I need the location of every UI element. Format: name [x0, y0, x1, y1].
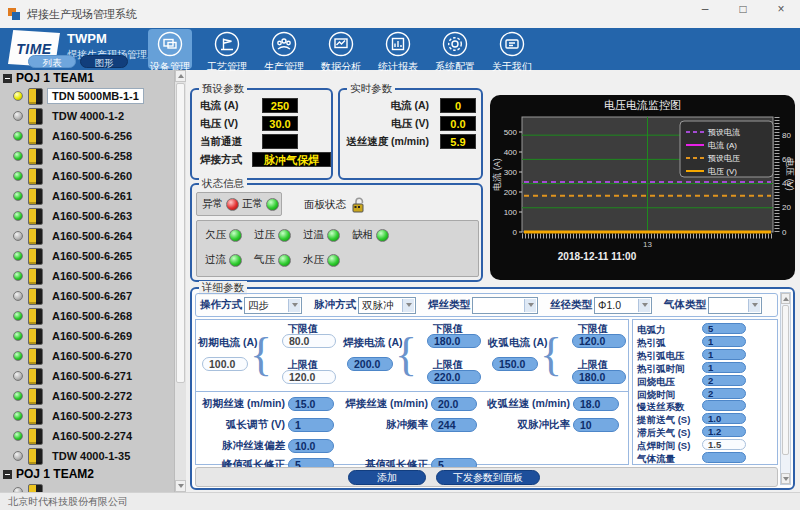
tree-group-team1[interactable]: POJ 1 TEAM1	[0, 70, 186, 86]
tree-group-team2[interactable]: POJ 1 TEAM2	[0, 466, 186, 482]
device-list	[0, 482, 186, 492]
device-list-item[interactable]: A160-500-2-274	[0, 426, 186, 446]
maximize-icon[interactable]: □	[732, 2, 754, 16]
application-window: 焊接生产现场管理系统 – □ × TIME TWPM 焊接生产现场管理系统 列表…	[0, 0, 800, 510]
nav-statistics-report[interactable]: 统计报表	[376, 29, 420, 69]
scroll-down-icon[interactable]	[781, 473, 790, 484]
scrollbar-thumb[interactable]	[176, 83, 185, 383]
device-name: A160-500-6-261	[48, 189, 136, 203]
realtime-voltage-display: 0.0	[440, 116, 476, 131]
device-list-item[interactable]: A160-500-6-268	[0, 306, 186, 326]
upper-limit-field[interactable]: 220.0	[427, 370, 481, 384]
device-list-item[interactable]: A160-500-6-263	[0, 206, 186, 226]
scroll-down-icon[interactable]	[175, 480, 186, 492]
side-param-field[interactable]	[702, 400, 746, 411]
device-list-item[interactable]: A160-500-6-264	[0, 226, 186, 246]
svg-text:预设电流: 预设电流	[708, 128, 740, 137]
collapse-icon[interactable]	[3, 74, 12, 83]
side-param-field[interactable]: 2	[702, 388, 746, 399]
scroll-up-icon[interactable]	[175, 70, 186, 82]
detail-scrollbar[interactable]	[780, 292, 791, 485]
side-param-field[interactable]: 1.2	[702, 426, 746, 437]
collapse-icon[interactable]	[3, 470, 12, 479]
chevron-down-icon[interactable]	[638, 299, 650, 312]
weld-wire-speed-field[interactable]: 20.0	[431, 397, 477, 411]
current-value-field[interactable]: 100.0	[202, 357, 248, 371]
panel-state: 面板状态	[304, 196, 368, 214]
double-pulse-ratio-field[interactable]: 10	[573, 418, 619, 432]
upper-limit-field[interactable]: 180.0	[572, 370, 626, 384]
initial-wire-speed-field[interactable]: 15.0	[288, 397, 334, 411]
side-param-field[interactable]: 2	[702, 375, 746, 386]
alarm-row: 欠压 过压 过温 缺相	[205, 228, 389, 242]
device-list-item[interactable]: A160-500-6-271	[0, 366, 186, 386]
svg-text:电压 (V): 电压 (V)	[785, 158, 795, 191]
send-params-to-panel-button[interactable]: 下发参数到面板	[436, 470, 540, 485]
graphic-view-button[interactable]: 图形	[80, 55, 128, 68]
device-list-item[interactable]: A160-500-6-270	[0, 346, 186, 366]
nav-system-config[interactable]: 系统配置	[433, 29, 477, 69]
device-list-item[interactable]: A160-500-6-260	[0, 166, 186, 186]
current-value-field[interactable]: 150.0	[492, 357, 538, 371]
arc-length-adjust-field[interactable]: 1	[288, 418, 334, 432]
device-list-item[interactable]: TDW 4000-1-35	[0, 446, 186, 466]
current-setting-group: 收弧电流 (A) 150.0 { 下限值 120.0 上限值 180.0	[488, 321, 630, 391]
process-management-icon	[214, 31, 240, 57]
device-list-item[interactable]: A160-500-6-269	[0, 326, 186, 346]
device-list-item[interactable]: A160-500-6-266	[0, 266, 186, 286]
device-list-item[interactable]: TDN 5000MB-1-1	[0, 86, 186, 106]
upper-limit-field[interactable]: 120.0	[282, 370, 336, 384]
operation-mode-select[interactable]: 四步	[244, 297, 302, 314]
wire-diameter-select[interactable]: Φ1.0	[594, 297, 652, 314]
device-list-item[interactable]: A160-500-6-261	[0, 186, 186, 206]
wire-type-select[interactable]	[472, 297, 538, 314]
chevron-down-icon[interactable]	[288, 299, 300, 312]
nav-device-management[interactable]: 设备管理	[148, 29, 192, 69]
side-param-field[interactable]: 1.0	[702, 413, 746, 424]
scroll-up-icon[interactable]	[781, 293, 790, 304]
minimize-icon[interactable]: –	[694, 2, 716, 16]
lower-limit-field[interactable]: 120.0	[572, 334, 626, 348]
side-param-field[interactable]: 1	[702, 336, 746, 347]
side-param-field[interactable]	[702, 452, 746, 463]
nav-production-management[interactable]: 生产管理	[262, 29, 306, 69]
device-list-item[interactable]: A160-500-6-267	[0, 286, 186, 306]
pulse-mode-select[interactable]: 双脉冲	[358, 297, 416, 314]
sidebar-scrollbar[interactable]	[174, 70, 186, 492]
device-list-item[interactable]	[0, 482, 186, 492]
side-param-field[interactable]: 1	[702, 349, 746, 360]
chevron-down-icon[interactable]	[748, 299, 760, 312]
nav-process-management[interactable]: 工艺管理	[205, 29, 249, 69]
side-param-field[interactable]: 5	[702, 323, 746, 334]
nav-about-us[interactable]: 关于我们	[490, 29, 534, 69]
close-icon[interactable]: ×	[770, 2, 792, 16]
lower-limit-field[interactable]: 80.0	[282, 334, 336, 348]
device-list-item[interactable]: A160-500-6-256	[0, 126, 186, 146]
welding-machine-icon	[28, 268, 43, 285]
device-led-icon	[13, 411, 23, 421]
side-param-field[interactable]: 1	[702, 362, 746, 373]
crater-wire-speed-field[interactable]: 18.0	[573, 397, 619, 411]
side-param-row: 气体流量	[636, 452, 774, 464]
device-list-item[interactable]: A160-500-2-272	[0, 386, 186, 406]
pulse-wire-speed-offset-field[interactable]: 10.0	[288, 439, 334, 453]
chevron-down-icon[interactable]	[402, 299, 414, 312]
nav-data-analysis[interactable]: 数据分析	[319, 29, 363, 69]
device-list-item[interactable]: TDW 4000-1-2	[0, 106, 186, 126]
current-value-field[interactable]: 200.0	[347, 357, 393, 371]
add-button[interactable]: 添加	[348, 470, 426, 485]
device-list-item[interactable]: A160-500-6-265	[0, 246, 186, 266]
side-param-field[interactable]: 1.5	[702, 439, 746, 450]
pulse-frequency-field[interactable]: 244	[431, 418, 477, 432]
scrollbar-thumb[interactable]	[782, 305, 789, 455]
device-list-item[interactable]: A160-500-2-273	[0, 406, 186, 426]
device-list-item[interactable]: A160-500-6-258	[0, 146, 186, 166]
device-name: TDW 4000-1-2	[48, 109, 128, 123]
window-controls: – □ ×	[694, 2, 792, 16]
list-view-button[interactable]: 列表	[28, 55, 76, 68]
gas-type-select[interactable]	[708, 297, 762, 314]
action-button-strip: 添加 下发参数到面板	[195, 467, 778, 487]
chevron-down-icon[interactable]	[524, 299, 536, 312]
lower-limit-field[interactable]: 180.0	[427, 334, 481, 348]
param-label: 电压 (V)	[340, 117, 429, 131]
